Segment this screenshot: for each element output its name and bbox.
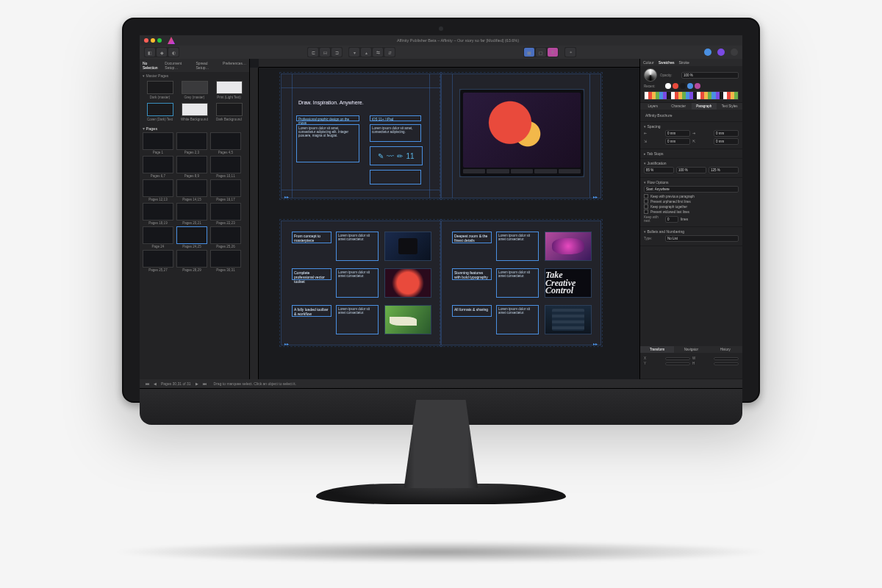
master-dark[interactable] [147, 81, 173, 94]
page-thumbnail[interactable]: Pages 10,11 [210, 156, 241, 178]
page-indicator[interactable]: Pages 30,31 of 31 [159, 381, 193, 386]
feature-heading[interactable]: From concept to masterpiece [292, 232, 331, 243]
arrange-back-button[interactable]: ▾ [349, 48, 359, 57]
icon-row[interactable]: ✎ 〰 ✏ 11 [370, 146, 423, 165]
feature-image[interactable]: Take Creative Control [545, 268, 592, 298]
account-icon[interactable] [731, 49, 738, 56]
left-indent-input[interactable]: 0 mm [665, 130, 690, 137]
close-icon[interactable] [144, 38, 148, 43]
flow-option-checkbox[interactable]: Prevent widowed last lines [644, 209, 739, 214]
page-thumbnail[interactable]: Pages 8,9 [176, 156, 207, 178]
persona-switcher[interactable]: ◧ ◆ ◐ [144, 47, 179, 57]
headline-frame[interactable]: Draw. Inspiration. Anywhere. [296, 98, 396, 108]
history-tab[interactable]: History [709, 346, 742, 353]
colour-tab[interactable]: Colour [643, 60, 654, 65]
feature-heading[interactable]: A fully loaded toolbar & workflow [292, 305, 331, 317]
page-thumbnail[interactable]: Pages 14,15 [176, 179, 207, 201]
keep-next-input[interactable]: 0 [665, 216, 678, 223]
justify-max-input[interactable]: 125 % [709, 167, 739, 173]
feature-heading[interactable]: Complete professional vector toolset [292, 268, 331, 280]
recent-colour[interactable] [695, 83, 700, 89]
fill-stroke-selector-icon[interactable] [644, 68, 657, 82]
pages-header[interactable]: Pages [143, 125, 246, 132]
recent-colour[interactable] [687, 83, 693, 89]
photo-persona-icon[interactable]: ◐ [168, 48, 179, 57]
list-type-select[interactable]: No List [665, 235, 739, 242]
page-thumbnail[interactable]: Pages 12,13 [143, 179, 173, 201]
bullets-section[interactable]: Bullets and Numbering [644, 229, 739, 234]
transform-w-input[interactable] [714, 357, 739, 360]
arrange-front-button[interactable]: ▴ [361, 48, 371, 57]
page-thumbnail[interactable]: Pages 25,27 [143, 250, 173, 272]
flow-start-select[interactable]: Start: Anywhere [644, 186, 739, 193]
document-setup-button[interactable]: Document Setup… [165, 61, 191, 70]
feature-body[interactable]: Lorem ipsum dolor sit amet consectetur. [336, 232, 379, 261]
paragraph-tab[interactable]: Paragraph [692, 103, 717, 110]
feature-image[interactable] [545, 305, 592, 334]
master-light[interactable] [216, 81, 243, 94]
swatches-tab[interactable]: Swatches [659, 60, 675, 65]
recent-colour[interactable] [680, 83, 686, 89]
minimize-icon[interactable] [151, 38, 155, 43]
layers-tab[interactable]: Layers [640, 103, 666, 110]
subhead-frame[interactable]: Professional graphic design on the move [296, 115, 359, 121]
style-group-select[interactable]: Affinity Brochure [644, 112, 739, 119]
page-thumbnail[interactable]: Pages 4,5 [210, 132, 241, 154]
baseline-grid-button[interactable]: ≡ [548, 48, 558, 57]
clip-canvas-button[interactable]: ▢ [536, 48, 546, 57]
page-thumbnail[interactable]: Pages 24,25 [176, 226, 207, 248]
user-avatar-2-icon[interactable] [717, 49, 725, 56]
opacity-input[interactable]: 100 % [681, 72, 739, 79]
canvas-area[interactable]: Draw. Inspiration. Anywhere. Professiona… [250, 59, 639, 379]
feature-body[interactable]: Lorem ipsum dolor sit amet consectetur. [336, 305, 379, 334]
justification-section[interactable]: Justification [644, 161, 739, 165]
feature-heading[interactable]: All formats & sharing [452, 305, 492, 317]
transform-h-input[interactable] [714, 362, 739, 365]
align-right-button[interactable]: ⊐ [331, 48, 342, 57]
justify-desired-input[interactable]: 100 % [676, 167, 706, 173]
page-thumbnail[interactable]: Pages 20,21 [176, 203, 207, 225]
user-avatar-1-icon[interactable] [704, 49, 711, 56]
align-centre-button[interactable]: ⊟ [320, 48, 330, 57]
swatch-palette[interactable] [644, 91, 739, 100]
subhead-frame-2[interactable]: iOS 11+ / iPad [370, 115, 421, 121]
page-thumbnail[interactable]: Pages 18,19 [143, 203, 173, 225]
publisher-persona-icon[interactable]: ◧ [145, 48, 155, 57]
designer-persona-icon[interactable]: ◆ [157, 48, 167, 57]
master-cover-dark[interactable] [147, 103, 173, 116]
first-line-input[interactable]: 0 mm [665, 138, 690, 145]
body-frame-3[interactable] [370, 170, 421, 184]
first-page-button[interactable]: ⏮ [144, 381, 151, 386]
page-thumbnail[interactable]: Pages 30,31 [210, 250, 241, 272]
spacing-section[interactable]: Spacing [644, 124, 739, 129]
feature-image[interactable] [384, 268, 431, 298]
snapping-button[interactable]: ⌖ [565, 48, 576, 57]
navigator-tab[interactable]: Navigator [674, 346, 708, 353]
transform-x-input[interactable] [665, 357, 690, 360]
character-tab[interactable]: Character [666, 103, 692, 110]
preferences-button[interactable]: Preferences… [223, 61, 246, 70]
flip-v-button[interactable]: ⇵ [384, 48, 395, 57]
tab-stops-section[interactable]: Tab Stops [644, 151, 739, 156]
feature-body[interactable]: Lorem ipsum dolor sit amet consectetur. [336, 268, 379, 298]
spread-setup-button[interactable]: Spread Setup… [196, 61, 219, 70]
transform-tab[interactable]: Transform [640, 346, 674, 353]
feature-image[interactable] [384, 232, 431, 261]
feature-image[interactable] [545, 232, 592, 261]
page-thumbnail[interactable]: Pages 16,17 [210, 179, 241, 201]
page-thumbnail[interactable]: Pages 2,3 [176, 132, 207, 154]
flip-h-button[interactable]: ⇋ [373, 48, 383, 57]
feature-body[interactable]: Lorem ipsum dolor sit amet consectetur. [496, 232, 539, 261]
last-page-button[interactable]: ⏭ [201, 381, 208, 386]
page-thumbnail[interactable]: Pages 6,7 [143, 156, 173, 178]
preview-mode-button[interactable]: ▦ [524, 48, 534, 57]
hero-image-frame[interactable] [459, 89, 584, 177]
flow-option-checkbox[interactable]: Keep with previous paragraph [644, 194, 739, 198]
justify-min-input[interactable]: 85 % [644, 167, 674, 173]
right-indent-input[interactable]: 0 mm [714, 130, 739, 137]
body-frame[interactable]: Lorem ipsum dolor sit amet, consectetur … [296, 124, 359, 162]
master-white-bg[interactable] [182, 103, 208, 116]
fullscreen-icon[interactable] [157, 38, 162, 43]
last-line-input[interactable]: 0 mm [714, 138, 739, 145]
feature-body[interactable]: Lorem ipsum dolor sit amet consectetur. [496, 305, 539, 334]
